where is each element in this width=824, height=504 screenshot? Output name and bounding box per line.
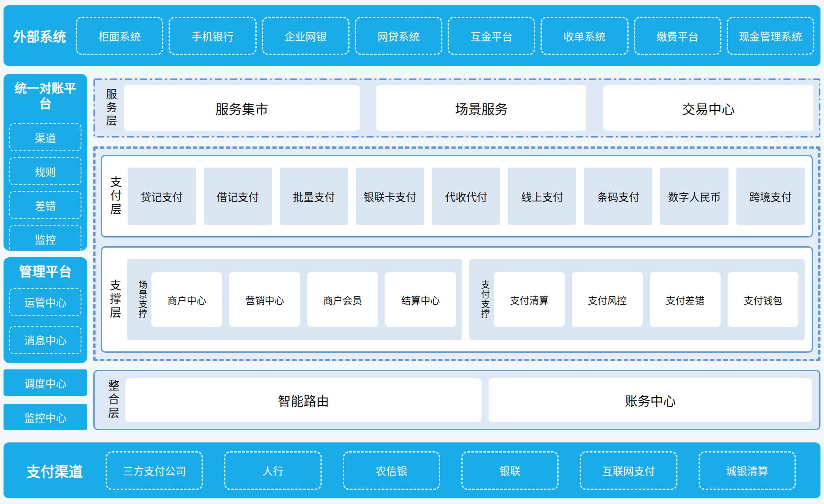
core-payment-dashed-box: 支付层 贷记支付 借记支付 批量支付 银联卡支付 代收代付 线上支付 条码支付 …: [93, 146, 820, 361]
scenario-support-tile: 商户中心: [151, 272, 222, 327]
payment-support-tile: 支付钱包: [728, 272, 798, 327]
payment-method-tile: 贷记支付: [128, 168, 196, 225]
payment-channel-node: 城银清算: [699, 451, 796, 490]
reconciliation-node: 规则: [9, 157, 81, 185]
reconciliation-node: 监控: [9, 225, 81, 253]
external-system-node: 收单系统: [541, 17, 628, 55]
support-layer-box: 支撑层 场景支撑 商户中心 营销中心 商户会员 结算中心: [101, 246, 813, 353]
dispatch-center-node: 调度中心: [4, 369, 87, 396]
scenario-support-tile: 营销中心: [229, 272, 300, 327]
reconciliation-platform-box: 统一对账平台 渠道 规则 差错 监控: [4, 74, 87, 251]
external-system-node: 现金管理系统: [727, 17, 814, 55]
payment-channel-node: 互联网支付: [580, 451, 677, 490]
payment-method-tile: 借记支付: [204, 168, 272, 225]
payment-support-label: 支付支撑: [475, 280, 494, 319]
payment-support-items: 支付清算 支付风控 支付差错 支付钱包: [494, 272, 798, 327]
payment-channels-items: 三方支付公司 人行 农信银 银联 互联网支付 城银清算: [106, 442, 820, 498]
payment-method-tile: 跨境支付: [736, 168, 805, 225]
management-node: 消息中心: [9, 326, 81, 354]
payment-method-tile: 代收代付: [432, 168, 500, 225]
management-platform-title: 管理平台: [9, 263, 81, 280]
external-system-node: 企业网银: [262, 17, 349, 55]
payment-channel-node: 银联: [461, 451, 559, 490]
scenario-support-tile: 结算中心: [385, 272, 456, 327]
payment-channels-banner: 支付渠道 三方支付公司 人行 农信银 银联 互联网支付 城银清算: [4, 442, 820, 498]
external-system-node: 柜面系统: [76, 17, 163, 55]
payment-architecture-diagram: 外部系统 柜面系统 手机银行 企业网银 网贷系统 互金平台 收单系统 缴费平台 …: [0, 0, 824, 504]
layered-content: 服务层 服务集市 场景服务 交易中心 支付层 贷记支付 借记支付 批量支付 银联…: [93, 74, 820, 430]
payment-channels-title: 支付渠道: [4, 460, 106, 481]
scenario-support-items: 商户中心 营销中心 商户会员 结算中心: [151, 272, 456, 327]
integration-layer-box: 整合层 智能路由 账务中心: [93, 370, 820, 430]
payment-channel-node: 农信银: [343, 451, 440, 490]
service-node: 场景服务: [376, 85, 587, 131]
reconciliation-platform-items: 渠道 规则 差错 监控: [9, 123, 81, 253]
service-layer-items: 服务集市 场景服务 交易中心: [121, 85, 813, 131]
left-sidebar: 统一对账平台 渠道 规则 差错 监控 管理平台 运管中心 消息中心 调度中心 监…: [4, 74, 87, 430]
reconciliation-node: 渠道: [9, 123, 81, 151]
payment-method-tile: 线上支付: [508, 168, 576, 225]
service-node: 交易中心: [603, 85, 813, 131]
support-layer-label: 支撑层: [102, 248, 127, 351]
payment-method-tile: 条码支付: [584, 168, 652, 225]
payment-support-tile: 支付差错: [650, 272, 721, 327]
service-layer-box: 服务层 服务集市 场景服务 交易中心: [93, 78, 820, 138]
scenario-support-group: 场景支撑 商户中心 营销中心 商户会员 结算中心: [127, 259, 462, 340]
external-system-node: 网贷系统: [355, 17, 442, 55]
payment-channel-node: 三方支付公司: [106, 451, 203, 490]
management-platform-box: 管理平台 运管中心 消息中心: [4, 257, 87, 363]
scenario-support-label: 场景支撑: [133, 280, 151, 319]
external-systems-banner: 外部系统 柜面系统 手机银行 企业网银 网贷系统 互金平台 收单系统 缴费平台 …: [4, 5, 820, 66]
payment-method-tile: 数字人民币: [660, 168, 728, 225]
service-layer-label: 服务层: [100, 88, 121, 128]
external-systems-items: 柜面系统 手机银行 企业网银 网贷系统 互金平台 收单系统 缴费平台 现金管理系…: [76, 5, 820, 66]
payment-method-tile: 银联卡支付: [356, 168, 424, 225]
management-node: 运管中心: [9, 288, 81, 316]
payment-layer-label: 支付层: [102, 156, 128, 236]
payment-support-tile: 支付清算: [494, 272, 565, 327]
payment-support-group: 支付支撑 支付清算 支付风控 支付差错 支付钱包: [469, 259, 805, 340]
external-systems-title: 外部系统: [4, 26, 76, 45]
scenario-support-tile: 商户会员: [307, 272, 378, 327]
payment-support-tile: 支付风控: [572, 272, 643, 327]
management-platform-items: 运管中心 消息中心: [9, 288, 81, 354]
support-layer-groups: 场景支撑 商户中心 营销中心 商户会员 结算中心 支付支撑 支付清算: [127, 248, 805, 351]
external-system-node: 缴费平台: [634, 17, 721, 55]
integration-node: 账务中心: [489, 378, 812, 422]
diagram-body: 统一对账平台 渠道 规则 差错 监控 管理平台 运管中心 消息中心 调度中心 监…: [4, 74, 820, 430]
payment-layer-items: 贷记支付 借记支付 批量支付 银联卡支付 代收代付 线上支付 条码支付 数字人民…: [128, 156, 805, 236]
integration-node: 智能路由: [125, 378, 482, 422]
service-node: 服务集市: [124, 85, 360, 131]
integration-layer-items: 智能路由 账务中心: [124, 378, 812, 422]
payment-channel-node: 人行: [224, 451, 321, 490]
reconciliation-node: 差错: [9, 191, 81, 219]
reconciliation-platform-title: 统一对账平台: [9, 81, 81, 112]
monitor-center-node: 监控中心: [4, 404, 87, 430]
payment-layer-box: 支付层 贷记支付 借记支付 批量支付 银联卡支付 代收代付 线上支付 条码支付 …: [101, 155, 813, 237]
external-system-node: 互金平台: [448, 17, 535, 55]
external-system-node: 手机银行: [169, 17, 256, 55]
integration-layer-label: 整合层: [102, 380, 124, 420]
payment-method-tile: 批量支付: [280, 168, 348, 225]
